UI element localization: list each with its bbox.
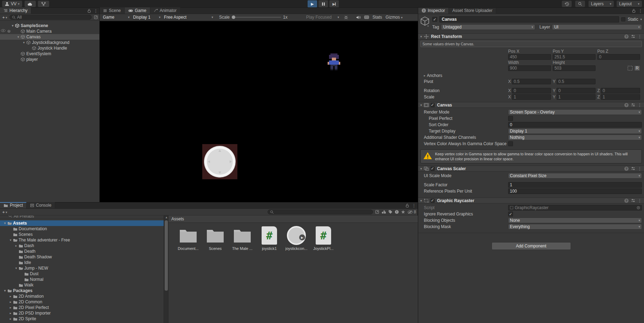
- presets-icon[interactable]: [631, 167, 635, 170]
- pos-y-field[interactable]: 251.5: [553, 54, 596, 60]
- anchors-foldout-icon[interactable]: ▸: [424, 74, 426, 77]
- object-picker-icon[interactable]: [637, 206, 640, 209]
- undo-history-button[interactable]: [562, 1, 572, 7]
- layers-dropdown[interactable]: Layers ▾: [589, 1, 614, 7]
- grid-icon[interactable]: [364, 15, 369, 19]
- pick-icon[interactable]: [7, 29, 11, 33]
- active-checkbox[interactable]: ✓: [432, 17, 437, 22]
- hierarchy-item-eventsystem[interactable]: EventSystem: [0, 51, 99, 57]
- step-button[interactable]: ▶: [329, 0, 339, 7]
- gameobject-name-field[interactable]: Canvas: [439, 16, 619, 22]
- pos-x-field[interactable]: 450: [508, 54, 551, 60]
- anchors-label[interactable]: Anchors: [427, 73, 511, 78]
- scale-y-field[interactable]: 1: [557, 94, 596, 100]
- foldout-icon[interactable]: ▾: [420, 35, 422, 38]
- joystick-background[interactable]: [202, 144, 237, 179]
- asset-scenes[interactable]: Scenes: [203, 226, 228, 251]
- scale-slider[interactable]: [232, 17, 281, 18]
- asset-the-male[interactable]: The Male ...: [230, 226, 255, 251]
- tab-animator[interactable]: Animator: [150, 7, 180, 14]
- pos-z-field[interactable]: 0: [597, 54, 640, 60]
- component-menu-icon[interactable]: ⋮: [638, 198, 642, 203]
- aspect-dropdown[interactable]: Free Aspect▾: [162, 14, 215, 20]
- expander-open-icon[interactable]: ▾: [8, 238, 13, 242]
- tab-game[interactable]: Game: [125, 7, 150, 14]
- panel-menu-icon[interactable]: ⋮: [638, 8, 643, 13]
- help-icon[interactable]: ?: [624, 34, 629, 39]
- foldout-icon[interactable]: ▾: [420, 199, 422, 202]
- canvas-component-header[interactable]: ▾ ✓ Canvas ? ⋮: [418, 102, 644, 108]
- pivot-x-field[interactable]: 0.5: [512, 79, 551, 84]
- rect-transform-header[interactable]: ▾ Rect Transform ? ⋮: [418, 33, 644, 39]
- rotation-x-field[interactable]: 0: [512, 88, 551, 93]
- scroll-up-icon[interactable]: ▲: [165, 216, 168, 219]
- tab-asset-store-uploader[interactable]: Asset Store Uploader: [449, 8, 496, 14]
- canvas-vertex-color-always-in-gamma-color-space-checkbox[interactable]: [508, 141, 513, 146]
- project-tree-item-2d-pixel-perfect[interactable]: ▸2D Pixel Perfect: [0, 305, 164, 310]
- play-button[interactable]: ▶: [308, 0, 317, 7]
- project-tree-item-jump-new[interactable]: ▾Jump - NEW: [0, 265, 164, 271]
- expander-closed-icon[interactable]: ▸: [14, 244, 18, 247]
- component-menu-icon[interactable]: ⋮: [638, 166, 642, 171]
- static-flags-dropdown[interactable]: ▾: [640, 18, 642, 21]
- layout-dropdown[interactable]: Layout ▾: [617, 1, 642, 7]
- project-tree-item-scenes[interactable]: Scenes: [0, 232, 164, 237]
- expander-open-icon[interactable]: ▾: [14, 266, 18, 270]
- project-tree-scrollbar[interactable]: ▲: [164, 215, 168, 323]
- expander-open-icon[interactable]: ▾: [3, 221, 7, 225]
- favorites-item-all-prefabs[interactable]: All Prefabs: [0, 215, 164, 219]
- height-field[interactable]: 503: [553, 65, 596, 71]
- component-enabled-checkbox[interactable]: ✓: [431, 167, 435, 171]
- project-tree-item-2d-psd-importer[interactable]: ▸2D PSD Importer: [0, 310, 164, 316]
- global-search-button[interactable]: [575, 1, 585, 7]
- add-object-button[interactable]: ＋▾: [1, 14, 7, 20]
- cloud-services-button[interactable]: [25, 1, 36, 7]
- scale-z-field[interactable]: 1: [601, 94, 640, 100]
- game-viewport[interactable]: [100, 21, 418, 202]
- scrollbar-thumb[interactable]: [165, 220, 168, 291]
- presets-icon[interactable]: [631, 34, 635, 38]
- presets-icon[interactable]: [631, 103, 635, 107]
- expander-closed-icon[interactable]: ▸: [8, 306, 13, 309]
- layer-dropdown[interactable]: UI▾: [552, 24, 642, 30]
- graphic-raycaster-header[interactable]: ▾ ✓ Graphic Raycaster ? ⋮: [418, 198, 644, 204]
- canvas-pixel-perfect-checkbox[interactable]: [508, 116, 513, 121]
- tab-scene[interactable]: Scene: [100, 7, 125, 14]
- add-component-button[interactable]: Add Component: [492, 242, 571, 250]
- project-tree-item-normal[interactable]: Normal: [0, 277, 164, 282]
- graphic-raycaster-blocking-mask-dropdown[interactable]: Everything▾: [508, 224, 642, 230]
- expander-open-icon[interactable]: ▾: [22, 41, 26, 44]
- project-tree-item-assets[interactable]: ▾Assets: [0, 220, 164, 226]
- warning-filter-icon[interactable]: [395, 210, 399, 214]
- canvas-scaler-scale-factor-field[interactable]: 1: [508, 182, 642, 188]
- project-tree-item-packages[interactable]: ▾Packages: [0, 288, 164, 293]
- component-enabled-checkbox[interactable]: ✓: [431, 199, 435, 203]
- gameobject-icon[interactable]: [420, 16, 429, 30]
- canvas-additional-shader-channels-dropdown[interactable]: Nothing▾: [508, 135, 642, 140]
- foldout-icon[interactable]: ▾: [420, 167, 422, 170]
- canvas-scaler-reference-pixels-per-unit-field[interactable]: 100: [508, 188, 642, 194]
- project-tree-item-the-male-adventurer-free[interactable]: ▾The Male adventurer - Free: [0, 237, 164, 243]
- lock-icon[interactable]: [87, 9, 91, 13]
- hierarchy-search-input[interactable]: All: [9, 15, 92, 20]
- play-focused-dropdown[interactable]: Play Focused▾: [304, 14, 341, 20]
- account-button[interactable]: VV ▾: [2, 1, 22, 7]
- expander-open-icon[interactable]: ▾: [3, 289, 7, 292]
- canvas-sort-order-field[interactable]: 0: [508, 122, 642, 128]
- canvas-scaler-header[interactable]: ▾ ✓ Canvas Scaler ? ⋮: [418, 166, 644, 172]
- tab-hierarchy[interactable]: Hierarchy: [0, 7, 31, 14]
- project-tree-item-documentation[interactable]: Documentation: [0, 226, 164, 232]
- panel-menu-icon[interactable]: ⋮: [94, 8, 98, 13]
- expander-open-icon[interactable]: ▾: [16, 35, 20, 39]
- project-tree-item-dash[interactable]: ▸Dash: [0, 243, 164, 248]
- expander-open-icon[interactable]: ▾: [11, 24, 15, 27]
- component-enabled-checkbox[interactable]: ✓: [431, 103, 435, 107]
- eye-icon[interactable]: [1, 29, 6, 33]
- foldout-icon[interactable]: ▾: [420, 103, 422, 107]
- hierarchy-item-player[interactable]: player: [0, 57, 99, 62]
- raw-edit-mode-button[interactable]: R: [634, 65, 640, 71]
- hidden-packages-toggle[interactable]: 8: [407, 209, 416, 214]
- asset-joystickcon[interactable]: ▶joystickcon...: [284, 226, 309, 251]
- asset-joystickpl[interactable]: #JoystickPl...: [311, 226, 336, 251]
- version-control-button[interactable]: [38, 1, 49, 7]
